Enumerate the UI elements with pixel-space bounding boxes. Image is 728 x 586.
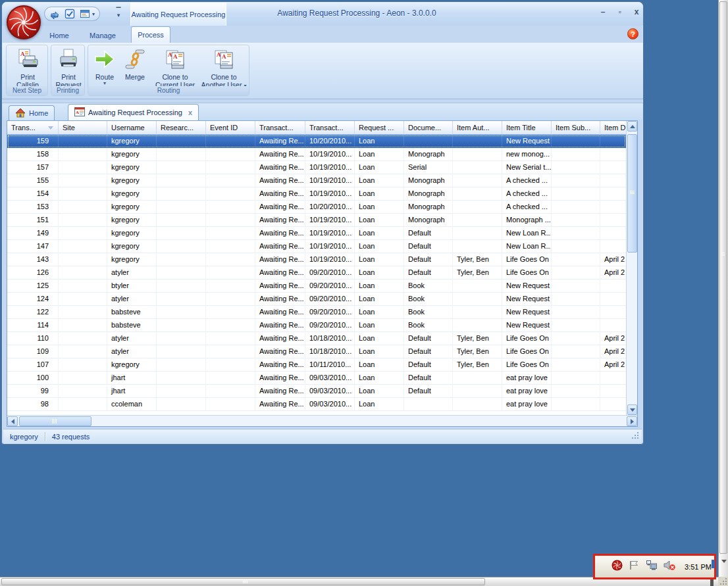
ribbon-tab-process[interactable]: Process xyxy=(131,26,170,43)
table-row[interactable]: 126atylerAwaiting Re...09/20/2010...Loan… xyxy=(7,266,626,280)
table-row[interactable]: 149kgregoryAwaiting Re...10/19/2010...Lo… xyxy=(7,227,626,240)
column-header[interactable]: Item Sub... xyxy=(552,121,600,135)
table-row[interactable]: 151kgregoryAwaiting Re...10/19/2010...Lo… xyxy=(7,214,626,227)
table-cell xyxy=(59,332,107,345)
table-cell: 109 xyxy=(7,345,59,358)
doc-tab-awaiting-request-processing[interactable]: A Awaiting Request Processing x xyxy=(68,104,199,120)
table-cell: eat pray love xyxy=(502,398,552,410)
vertical-scroll-thumb[interactable] xyxy=(627,134,637,253)
table-cell: Monograph xyxy=(404,214,453,226)
table-row[interactable]: 114babsteveAwaiting Re...09/20/2010...Lo… xyxy=(7,319,626,332)
tray-clock[interactable]: 3:51 PM xyxy=(685,563,712,571)
window-resize-grip[interactable] xyxy=(631,431,640,441)
clone-card-icon: A A xyxy=(213,49,234,71)
help-button[interactable]: ? xyxy=(627,28,638,39)
column-header[interactable]: Request ... xyxy=(355,121,404,135)
print-callslip-button[interactable]: A Print Callslip xyxy=(8,47,47,85)
grid-horizontal-scrollbar[interactable] xyxy=(7,415,637,426)
table-row[interactable]: 107kgregoryAwaiting Re...10/11/2010...Lo… xyxy=(7,358,626,372)
print-request-button[interactable]: Print Request xyxy=(53,47,84,85)
table-row[interactable]: 122babsteveAwaiting Re...09/20/2010...Lo… xyxy=(7,306,626,319)
status-bar: kgregory 43 requests xyxy=(3,429,642,443)
table-row[interactable]: 159kgregoryAwaiting Re...10/20/2010...Lo… xyxy=(7,135,626,148)
form-window-icon[interactable] xyxy=(80,9,90,19)
table-row[interactable]: 110atylerAwaiting Re...10/18/2010...Loan… xyxy=(7,332,626,345)
viewer-horizontal-thumb[interactable] xyxy=(1,578,485,585)
column-header[interactable]: Site xyxy=(59,121,107,135)
table-row[interactable]: 124atylerAwaiting Re...09/20/2010...Loan… xyxy=(7,293,626,306)
table-row[interactable]: 157kgregoryAwaiting Re...10/19/2010...Lo… xyxy=(7,161,626,174)
titlebar[interactable]: ▾ ▔▾ Awaiting Request Processing Awaitin… xyxy=(2,2,643,26)
clone-to-current-user-button[interactable]: A A Clone to Current User xyxy=(151,47,199,85)
contextual-label-text: Awaiting Request Processing xyxy=(132,11,226,18)
table-row[interactable]: 125btylerAwaiting Re...09/20/2010...Loan… xyxy=(7,280,626,293)
tray-aeon-icon[interactable] xyxy=(611,560,623,574)
table-cell: Loan xyxy=(355,306,404,318)
tray-network-icon[interactable] xyxy=(646,560,658,574)
table-cell xyxy=(157,280,206,292)
ribbon-tab-manage[interactable]: Manage xyxy=(82,28,123,43)
table-cell: Default xyxy=(404,227,453,239)
table-cell: Life Goes On xyxy=(502,332,552,345)
column-header[interactable]: Item D... xyxy=(600,121,626,135)
table-cell: kgregory xyxy=(107,240,157,253)
scroll-down-button[interactable] xyxy=(627,404,637,415)
table-cell: 09/20/2010... xyxy=(305,306,355,318)
doc-tab-home[interactable]: Home xyxy=(9,105,55,120)
column-header[interactable]: Researc... xyxy=(157,121,206,135)
ribbon-tab-home[interactable]: Home xyxy=(40,28,78,43)
clone-current-label-1: Clone to xyxy=(162,73,188,81)
column-header[interactable]: Event ID xyxy=(206,121,255,135)
close-button[interactable]: x xyxy=(630,7,643,18)
horizontal-scroll-thumb[interactable] xyxy=(19,416,91,426)
column-header[interactable]: Item Aut... xyxy=(453,121,502,135)
grid-vertical-scrollbar[interactable] xyxy=(626,121,637,415)
scroll-left-button[interactable] xyxy=(7,416,18,426)
table-cell: 10/19/2010... xyxy=(305,214,355,226)
table-row[interactable]: 143kgregoryAwaiting Re...10/19/2010...Lo… xyxy=(7,253,626,266)
minimize-button[interactable]: – xyxy=(596,7,610,18)
table-row[interactable]: 100jhartAwaiting Re...09/03/2010...LoanD… xyxy=(7,372,626,385)
viewer-scroll-down-button[interactable] xyxy=(721,563,727,575)
clone-to-another-user-button[interactable]: A A Clone to Another User ▾ xyxy=(199,47,249,85)
table-cell xyxy=(453,227,502,239)
table-row[interactable]: 153kgregoryAwaiting Re...10/20/2010...Lo… xyxy=(7,201,626,214)
qat-customize-icon[interactable]: ▔▾ xyxy=(114,9,123,19)
table-row[interactable]: 147kgregoryAwaiting Re...10/19/2010...Lo… xyxy=(7,240,626,253)
table-cell: 149 xyxy=(7,227,59,239)
table-cell: 10/19/2010... xyxy=(305,240,355,253)
column-header[interactable]: Trans... xyxy=(7,121,59,135)
sync-requests-icon[interactable] xyxy=(49,9,60,19)
table-row[interactable]: 154kgregoryAwaiting Re...10/19/2010...Lo… xyxy=(7,187,626,201)
viewer-scroll-right-button[interactable] xyxy=(710,579,714,586)
tray-volume-muted-icon[interactable] xyxy=(663,560,676,574)
table-row[interactable]: 158kgregoryAwaiting Re...10/19/2010...Lo… xyxy=(7,148,626,161)
maximize-button[interactable]: ▫ xyxy=(613,7,627,18)
column-header[interactable]: Username xyxy=(107,121,157,135)
column-header[interactable]: Item Title xyxy=(502,121,552,135)
table-cell: 09/03/2010... xyxy=(305,372,355,384)
viewer-resize-corner[interactable] xyxy=(718,577,728,586)
table-row[interactable]: 155kgregoryAwaiting Re...10/19/2010...Lo… xyxy=(7,174,626,187)
table-cell: kgregory xyxy=(107,187,157,200)
viewer-vertical-scrollbar[interactable] xyxy=(718,0,728,577)
column-header-label: Event ID xyxy=(210,124,238,132)
table-cell: Awaiting Re... xyxy=(255,398,305,410)
aeon-app-orb-icon[interactable] xyxy=(5,4,42,41)
checkmark-icon[interactable] xyxy=(65,9,75,19)
table-row[interactable]: 98ccolemanAwaiting Re...09/03/2010...Loa… xyxy=(7,398,626,411)
column-header[interactable]: Transact... xyxy=(305,121,355,135)
form-window-dropdown-icon[interactable]: ▾ xyxy=(92,11,95,17)
column-header[interactable]: Transact... xyxy=(255,121,305,135)
scroll-right-button[interactable] xyxy=(627,416,637,426)
route-button[interactable]: Route ▾ xyxy=(90,47,120,85)
table-row[interactable]: 109atylerAwaiting Re...10/18/2010...Loan… xyxy=(7,345,626,358)
merge-button[interactable]: Merge xyxy=(120,47,150,85)
viewer-vertical-thumb[interactable] xyxy=(719,1,727,554)
table-row[interactable]: 99jhartAwaiting Re...09/03/2010...LoanDe… xyxy=(7,385,626,398)
scroll-up-button[interactable] xyxy=(627,121,637,132)
table-cell: Awaiting Re... xyxy=(255,332,305,345)
column-header[interactable]: Docume... xyxy=(404,121,453,135)
tab-close-icon[interactable]: x xyxy=(188,109,192,116)
tray-flag-icon[interactable] xyxy=(629,560,640,574)
